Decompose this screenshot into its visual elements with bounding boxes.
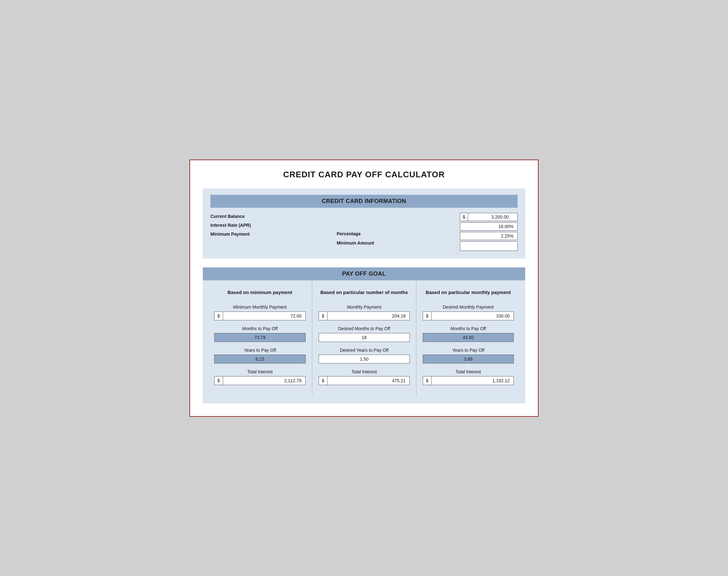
payoff-col-3-title: Based on particular monthly payment: [425, 285, 511, 299]
payoff-col-2-title: Based on particular number of months: [320, 285, 408, 299]
col1-field1-label: Minimum Monthly Payment: [233, 305, 287, 310]
col2-field4-value: 475.21: [328, 376, 410, 385]
col2-field4-label: Total Interest: [351, 369, 377, 374]
cc-info-header: CREDIT CARD INFORMATION: [211, 195, 517, 208]
col2-field1-label: Monthly Payment: [347, 305, 381, 310]
payoff-header: PAY OFF GOAL: [203, 267, 525, 280]
balance-value[interactable]: 3,200.00: [468, 213, 512, 221]
cc-inputs: $ 3,200.00 18.00% 2.25%: [460, 213, 517, 251]
balance-dollar: $: [460, 213, 468, 221]
col1-field3-label: Years to Pay Off: [244, 348, 276, 353]
payoff-col-3: Based on particular monthly payment Desi…: [416, 280, 520, 396]
min-amount-value[interactable]: [460, 242, 517, 251]
min-amount-input-row: [460, 241, 517, 251]
min-pct-value[interactable]: 2.25%: [460, 232, 517, 240]
col3-field3-label: Years to Pay Off: [452, 348, 484, 353]
interest-input-row: 18.00%: [460, 222, 517, 231]
col2-field3-label: Desired Years to Pay Off: [340, 348, 388, 353]
payoff-col-2: Based on particular number of months Mon…: [312, 280, 416, 396]
col3-field4-label: Total Interest: [455, 369, 481, 374]
col1-field4-value: 2,112.79: [223, 376, 305, 385]
interest-value[interactable]: 18.00%: [460, 223, 517, 230]
calculator-wrapper: CREDIT CARD PAY OFF CALCULATOR CREDIT CA…: [190, 160, 538, 417]
percentage-label: Percentage: [337, 230, 374, 238]
col3-field4-input: $ 1,192.12: [423, 376, 514, 385]
col1-field1-dollar: $: [215, 312, 223, 320]
min-pct-input-row: 2.25%: [460, 232, 517, 240]
payoff-col-1: Based on minimum payment Minimum Monthly…: [208, 280, 312, 396]
balance-input-row: $ 3,200.00: [460, 213, 517, 221]
col1-field2-value: 73.79: [214, 333, 306, 342]
col2-field1-value: 204.18: [328, 312, 410, 320]
cc-middle: Percentage Minimum Amount: [337, 213, 374, 247]
col3-field1-input: $ 100.00: [423, 312, 514, 320]
col2-field1-input: $ 204.18: [318, 312, 410, 320]
col2-field4-input: $ 475.21: [318, 376, 410, 385]
main-title: CREDIT CARD PAY OFF CALCULATOR: [203, 170, 525, 179]
col1-field4-input: $ 2,112.79: [214, 376, 306, 385]
col3-field1-label: Desired Monthly Payment: [443, 305, 494, 310]
cc-labels: Current Balance Interest Rate (APR) Mini…: [211, 213, 251, 238]
col1-field1-input: $ 72.00: [214, 312, 306, 320]
col3-field4-value: 1,192.12: [431, 376, 513, 385]
col1-field4-dollar: $: [215, 376, 223, 385]
min-payment-label: Minimum Payment: [211, 231, 251, 237]
payoff-section: PAY OFF GOAL Based on minimum payment Mi…: [203, 267, 525, 403]
col2-field2-value[interactable]: 18: [318, 333, 410, 342]
payoff-col-1-title: Based on minimum payment: [227, 285, 292, 299]
payoff-body: Based on minimum payment Minimum Monthly…: [203, 280, 525, 396]
col3-field4-dollar: $: [423, 376, 431, 385]
cc-info-body: Current Balance Interest Rate (APR) Mini…: [211, 213, 517, 251]
col1-field3-value: 6.15: [214, 355, 306, 364]
balance-label: Current Balance: [211, 213, 251, 220]
col1-field4-label: Total Interest: [247, 369, 273, 374]
interest-label: Interest Rate (APR): [211, 222, 251, 229]
col1-field1-value[interactable]: 72.00: [223, 312, 305, 320]
col3-field1-dollar: $: [423, 312, 431, 320]
cc-info-section: CREDIT CARD INFORMATION Current Balance …: [203, 189, 525, 259]
min-amount-label: Minimum Amount: [337, 239, 374, 247]
col1-field2-label: Months to Pay Off: [242, 326, 278, 331]
col3-field3-value: 3.66: [423, 355, 514, 364]
col3-field2-value: 43.92: [423, 333, 514, 342]
col2-field2-label: Desired Months to Pay Off: [338, 326, 390, 331]
col3-field2-label: Months to Pay Off: [451, 326, 486, 331]
col2-field1-dollar: $: [319, 312, 328, 320]
col3-field1-value[interactable]: 100.00: [431, 312, 513, 320]
col2-field4-dollar: $: [319, 376, 328, 385]
col2-field3-value: 1.50: [318, 355, 410, 364]
